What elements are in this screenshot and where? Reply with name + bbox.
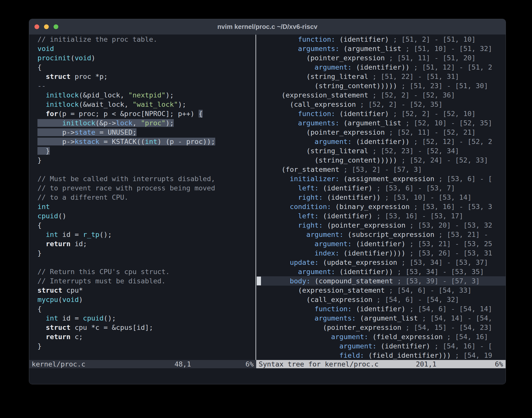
code-line: int bbox=[37, 202, 255, 211]
statusline-row: kernel/proc.c 48,1 6% Syntax tree for ke… bbox=[29, 360, 506, 368]
nvim-content: // initialize the proc table.voidprocini… bbox=[29, 35, 506, 384]
code-line: argument: (identifier)) ; [51, 12] - [51… bbox=[257, 63, 506, 72]
code-line: initializer: (assignment_expression ; [5… bbox=[257, 174, 506, 183]
code-line: int id = cpuid(); bbox=[37, 314, 255, 323]
code-line: function: (identifier) ; [52, 2] - [52, … bbox=[257, 109, 506, 118]
code-line: } bbox=[37, 146, 255, 155]
code-line: struct cpu* bbox=[37, 286, 255, 295]
code-line: } bbox=[37, 341, 255, 351]
code-line: function: (identifier) ; [54, 6] - [54, … bbox=[257, 304, 506, 314]
code-line: left: (identifier) ; [53, 16] - [53, 17] bbox=[257, 211, 506, 221]
code-line: (expression_statement ; [54, 6] - [54, 3… bbox=[257, 286, 506, 295]
code-line: mycpu(void) bbox=[37, 295, 255, 304]
code-line: } bbox=[37, 248, 255, 258]
code-line: procinit(void) bbox=[37, 53, 255, 63]
code-line: (string_literal ; [51, 22] - [51, 31] bbox=[257, 72, 506, 81]
code-line: field: (field_identifier))) ; [54, 19 bbox=[257, 351, 506, 360]
code-line: void bbox=[37, 44, 255, 53]
code-line: int id = r_tp(); bbox=[37, 230, 255, 239]
statusline-left-ruler: 48,1 bbox=[174, 360, 191, 368]
code-line: // Return this CPU's cpu struct. bbox=[37, 267, 255, 276]
command-line[interactable] bbox=[29, 368, 506, 384]
code-line: // Must be called with interrupts disabl… bbox=[37, 174, 255, 183]
cursor-block bbox=[257, 277, 261, 285]
nvim-terminal-window: nvim kernel/proc.c ~/D/xv6-riscv // init… bbox=[29, 19, 506, 384]
code-line: // Interrupts must be disabled. bbox=[37, 276, 255, 286]
code-line: (pointer_expression ; [52, 11] - [52, 21… bbox=[257, 128, 506, 137]
window-titlebar[interactable]: nvim kernel/proc.c ~/D/xv6-riscv bbox=[29, 19, 506, 35]
code-line bbox=[37, 258, 255, 267]
statusline-left-scroll: 6% bbox=[245, 360, 254, 368]
code-line: { bbox=[37, 304, 255, 314]
code-line: (pointer_expression ; [51, 11] - [51, 20… bbox=[257, 53, 506, 63]
code-line: struct proc *p; bbox=[37, 72, 255, 81]
code-line bbox=[37, 351, 255, 360]
code-line: // to a different CPU. bbox=[37, 193, 255, 202]
statusline-left: kernel/proc.c 48,1 6% bbox=[29, 360, 256, 368]
statusline-right-title: Syntax tree for kernel/proc.c bbox=[259, 360, 379, 368]
code-line: } bbox=[37, 155, 255, 165]
code-line: cpuid() bbox=[37, 211, 255, 221]
code-line: index: (identifier)))) ; [53, 26] - [53,… bbox=[257, 248, 506, 258]
code-line: struct cpu *c = &cpus[id]; bbox=[37, 323, 255, 332]
code-line: return c; bbox=[37, 332, 255, 341]
code-line: // initialize the proc table. bbox=[37, 35, 255, 44]
code-line bbox=[37, 165, 255, 174]
code-line: (call_expression ; [54, 6] - [54, 32] bbox=[257, 295, 506, 304]
code-line: initlock(&pid_lock, "nextpid"); bbox=[37, 90, 255, 100]
code-line: return id; bbox=[37, 239, 255, 248]
code-line: argument: (identifier)) ; [53, 34] - [53… bbox=[257, 267, 506, 276]
code-line: arguments: (argument_list ; [54, 14] - [… bbox=[257, 314, 506, 323]
code-line: initlock(&p->lock, "proc"); bbox=[37, 118, 255, 128]
code-line: (pointer_expression ; [54, 15] - [54, 23… bbox=[257, 323, 506, 332]
code-line: (expression_statement ; [52, 2] - [52, 3… bbox=[257, 90, 506, 100]
code-line: argument: (identifier) ; [54, 16] - [ bbox=[257, 341, 506, 351]
code-line: initlock(&wait_lock, "wait_lock"); bbox=[37, 100, 255, 109]
editor-panes: // initialize the proc table.voidprocini… bbox=[29, 35, 506, 360]
code-line: for(p = proc; p < &proc[NPROC]; p++) { bbox=[37, 109, 255, 118]
window-title: nvim kernel/proc.c ~/D/xv6-riscv bbox=[29, 19, 506, 34]
code-line: argument: (field_expression ; [54, 16] bbox=[257, 332, 506, 341]
code-line: (call_expression ; [52, 2] - [52, 35] bbox=[257, 100, 506, 109]
statusline-right-scroll: 6% bbox=[495, 360, 503, 368]
code-line: condition: (binary_expression ; [53, 16]… bbox=[257, 202, 506, 211]
code-line: function: (identifier) ; [51, 2] - [51, … bbox=[257, 35, 506, 44]
syntax-tree-pane[interactable]: function: (identifier) ; [51, 2] - [51, … bbox=[256, 35, 506, 360]
code-line: update: (update_expression ; [53, 34] - … bbox=[257, 258, 506, 267]
statusline-right: Syntax tree for kernel/proc.c 201,1 6% bbox=[256, 360, 506, 368]
code-line: { bbox=[37, 63, 255, 72]
code-line: arguments: (argument_list ; [52, 10] - [… bbox=[257, 118, 506, 128]
code-line: right: (pointer_expression ; [53, 20] - … bbox=[257, 221, 506, 230]
statusline-right-ruler: 201,1 bbox=[416, 360, 436, 368]
code-line: p->kstack = KSTACK((int) (p - proc)); bbox=[37, 137, 255, 146]
code-line: right: (identifier)) ; [53, 10] - [53, 1… bbox=[257, 193, 506, 202]
code-line: { bbox=[37, 221, 255, 230]
code-line: // to prevent race with process being mo… bbox=[37, 183, 255, 193]
code-line: argument: (subscript_expression ; [53, 2… bbox=[257, 230, 506, 239]
code-line: left: (identifier) ; [53, 6] - [53, 7] bbox=[257, 183, 506, 193]
code-line: (for_statement ; [53, 2] - [57, 3] bbox=[257, 165, 506, 174]
code-line: body: (compound_statement ; [53, 39] - [… bbox=[257, 276, 506, 286]
code-line: argument: (identifier) ; [53, 21] - [53,… bbox=[257, 239, 506, 248]
source-code-pane[interactable]: // initialize the proc table.voidprocini… bbox=[29, 35, 255, 360]
code-line: argument: (identifier)) ; [52, 12] - [52… bbox=[257, 137, 506, 146]
statusline-left-filename: kernel/proc.c bbox=[32, 360, 85, 368]
code-line: (string_literal ; [52, 23] - [52, 34] bbox=[257, 146, 506, 155]
code-line: (string_content))))) ; [52, 24] - [52, 3… bbox=[257, 155, 506, 165]
desktop: { "window": { "title": "nvim kernel/proc… bbox=[0, 0, 532, 418]
code-line: (string_content))))) ; [51, 23] - [51, 3… bbox=[257, 81, 506, 90]
code-line: p->state = UNUSED; bbox=[37, 128, 255, 137]
code-line: -- bbox=[37, 81, 255, 90]
code-line: arguments: (argument_list ; [51, 10] - [… bbox=[257, 44, 506, 53]
